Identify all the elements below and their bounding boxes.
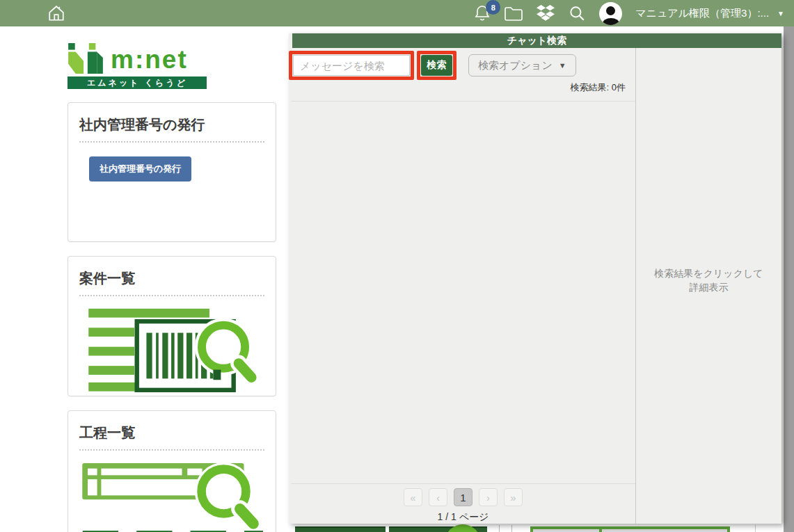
search-icon[interactable] [568,4,586,22]
logo-subtitle: エムネット くらうど [68,76,207,89]
divider [79,295,264,296]
chat-search-panel: チャット検索 検索 検索オプション ▼ 検索結果: 0件 « ‹ 1 › » 1… [289,33,781,524]
clipped-content-line [511,525,512,532]
search-options-button[interactable]: 検索オプション ▼ [468,54,576,76]
card-title: 案件一覧 [79,269,264,288]
card-title: 社内管理番号の発行 [79,115,264,134]
clipped-content-box [530,526,730,532]
message-search-input[interactable] [293,55,410,76]
top-navbar: 8 マニュアル権限（管理3）:... [0,0,794,26]
results-count: 検索結果: 0件 [571,81,626,94]
panel-title: チャット検索 [292,33,781,48]
page-summary: 1 / 1 ページ [291,511,635,524]
card-title: 工程一覧 [79,424,264,442]
divider [79,141,264,143]
clipped-content-bar [295,526,386,532]
pagination-next-button[interactable]: › [479,488,498,506]
detail-hint: 検索結果をクリックして 詳細表示 [636,266,781,294]
notifications-bell-icon[interactable]: 8 [474,4,491,22]
divider [291,101,635,102]
dropbox-icon[interactable] [537,5,555,22]
user-label: マニュアル権限（管理3）:... [635,7,769,20]
card-internal-number: 社内管理番号の発行 社内管理番号の発行 [68,102,276,242]
user-avatar[interactable] [599,2,622,25]
annotation-highlight-button: 検索 [417,51,456,80]
process-list-flow-icon[interactable] [81,462,263,532]
home-icon[interactable] [47,4,65,22]
clipped-content-line [755,525,756,532]
pagination-first-button[interactable]: « [404,488,422,506]
search-options-label: 検索オプション [478,59,553,72]
card-project-list: 案件一覧 [68,256,276,396]
annotation-highlight-input [289,51,414,80]
search-submit-button[interactable]: 検索 [421,55,452,76]
logo-m-mark [68,43,104,74]
pagination-page-1-button[interactable]: 1 [454,488,473,506]
folder-icon[interactable] [504,5,523,22]
logo-brand-text: m:net [111,46,188,74]
issue-internal-number-button[interactable]: 社内管理番号の発行 [89,156,191,182]
pagination: « ‹ 1 › » 1 / 1 ページ [291,483,635,524]
pagination-last-button[interactable]: » [504,488,523,506]
notification-badge: 8 [486,0,500,15]
clipped-content-line [499,525,500,532]
divider [79,449,264,451]
menu-hamburger-icon[interactable] [11,7,31,19]
chevron-down-icon: ▼ [559,61,566,70]
card-process-list: 工程一覧 [68,410,276,532]
page-background-strip [784,26,794,532]
user-menu[interactable]: マニュアル権限（管理3）:... ▼ [635,7,784,20]
app-logo[interactable]: m:net エムネット くらうど [68,43,207,89]
chevron-down-icon: ▼ [777,10,784,17]
pagination-prev-button[interactable]: ‹ [429,488,447,506]
project-list-barcode-icon[interactable] [81,307,263,396]
